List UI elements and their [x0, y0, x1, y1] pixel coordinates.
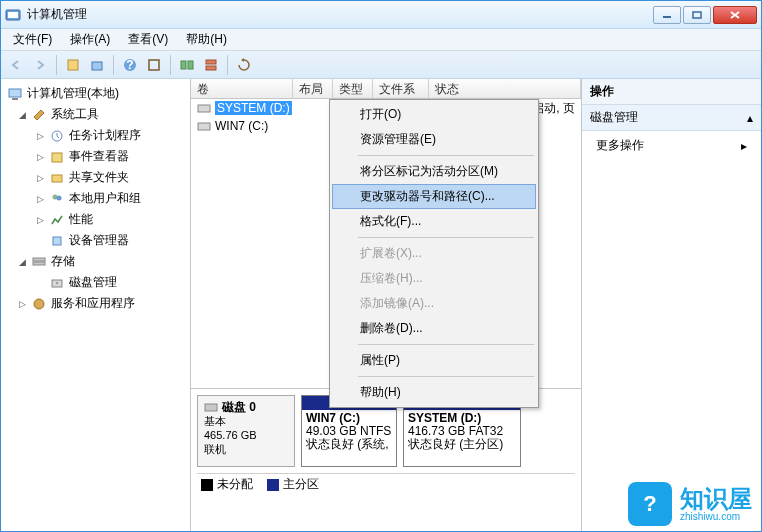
volume-list-header: 卷 布局 类型 文件系统 状态: [191, 79, 581, 99]
svg-rect-13: [206, 60, 216, 64]
menu-file[interactable]: 文件(F): [5, 29, 60, 50]
ctx-help[interactable]: 帮助(H): [332, 380, 536, 405]
action-pane: 操作 磁盘管理 ▴ 更多操作 ▸: [581, 79, 761, 531]
svg-rect-14: [206, 66, 216, 70]
help-icon[interactable]: ?: [119, 54, 141, 76]
toolbar-icon-4[interactable]: [176, 54, 198, 76]
expand-icon[interactable]: ▷: [35, 215, 45, 225]
svg-point-27: [34, 299, 44, 309]
volume-name: SYSTEM (D:): [215, 101, 292, 115]
watermark-icon: ?: [628, 482, 672, 526]
tree-item-disk-management[interactable]: 磁盘管理: [3, 272, 188, 293]
menubar: 文件(F) 操作(A) 查看(V) 帮助(H): [1, 29, 761, 51]
ctx-properties[interactable]: 属性(P): [332, 348, 536, 373]
svg-rect-22: [53, 237, 61, 245]
menu-action[interactable]: 操作(A): [62, 29, 118, 50]
svg-rect-7: [92, 62, 102, 70]
legend: 未分配 主分区: [197, 473, 575, 495]
close-button[interactable]: [713, 6, 757, 24]
ctx-shrink[interactable]: 压缩卷(H)...: [332, 266, 536, 291]
event-icon: [49, 149, 65, 165]
svg-rect-10: [149, 60, 159, 70]
svg-rect-29: [198, 123, 210, 130]
svg-rect-28: [198, 105, 210, 112]
collapse-icon[interactable]: ◢: [17, 110, 27, 120]
toolbar-icon-2[interactable]: [86, 54, 108, 76]
svg-text:?: ?: [126, 58, 133, 72]
volume-icon: [197, 119, 211, 133]
ctx-mark-active[interactable]: 将分区标记为活动分区(M): [332, 159, 536, 184]
expand-icon[interactable]: ▷: [35, 173, 45, 183]
tree-group-services[interactable]: ▷ 服务和应用程序: [3, 293, 188, 314]
tree-item-performance[interactable]: ▷性能: [3, 209, 188, 230]
svg-point-26: [56, 282, 58, 284]
tree-group-storage[interactable]: ◢ 存储: [3, 251, 188, 272]
toolbar-icon-1[interactable]: [62, 54, 84, 76]
app-icon: [5, 7, 21, 23]
watermark-url: zhishiwu.com: [680, 511, 752, 522]
svg-rect-30: [205, 404, 217, 411]
svg-rect-15: [9, 89, 21, 97]
svg-rect-12: [188, 61, 193, 69]
col-layout[interactable]: 布局: [293, 79, 333, 98]
tree-item-event-viewer[interactable]: ▷事件查看器: [3, 146, 188, 167]
tree-group-system-tools[interactable]: ◢ 系统工具: [3, 104, 188, 125]
ctx-format[interactable]: 格式化(F)...: [332, 209, 536, 234]
tree-item-device-manager[interactable]: 设备管理器: [3, 230, 188, 251]
maximize-button[interactable]: [683, 6, 711, 24]
svg-rect-19: [52, 175, 62, 182]
svg-rect-6: [68, 60, 78, 70]
ctx-open[interactable]: 打开(O): [332, 102, 536, 127]
minimize-button[interactable]: [653, 6, 681, 24]
clock-icon: [49, 128, 65, 144]
tree-item-local-users[interactable]: ▷本地用户和组: [3, 188, 188, 209]
action-section[interactable]: 磁盘管理 ▴: [582, 105, 761, 131]
expand-icon[interactable]: ▷: [35, 152, 45, 162]
chevron-right-icon: ▸: [741, 139, 747, 153]
menu-help[interactable]: 帮助(H): [178, 29, 235, 50]
collapse-icon[interactable]: ◢: [17, 257, 27, 267]
col-status[interactable]: 状态: [429, 79, 581, 98]
forward-button[interactable]: [29, 54, 51, 76]
storage-icon: [31, 254, 47, 270]
performance-icon: [49, 212, 65, 228]
action-more[interactable]: 更多操作 ▸: [582, 131, 761, 160]
ctx-add-mirror[interactable]: 添加镜像(A)...: [332, 291, 536, 316]
action-pane-title: 操作: [582, 79, 761, 105]
tree-root[interactable]: 计算机管理(本地): [3, 83, 188, 104]
computer-icon: [7, 86, 23, 102]
titlebar: 计算机管理: [1, 1, 761, 29]
expand-icon[interactable]: ▷: [35, 131, 45, 141]
expand-icon[interactable]: ▷: [35, 194, 45, 204]
device-icon: [49, 233, 65, 249]
ctx-change-drive-letter[interactable]: 更改驱动器号和路径(C)...: [332, 184, 536, 209]
disk-header[interactable]: 磁盘 0 基本 465.76 GB 联机: [197, 395, 295, 467]
window-title: 计算机管理: [27, 6, 653, 23]
col-filesystem[interactable]: 文件系统: [373, 79, 429, 98]
tools-icon: [31, 107, 47, 123]
tree-item-shared-folders[interactable]: ▷共享文件夹: [3, 167, 188, 188]
svg-point-21: [57, 195, 62, 200]
col-type[interactable]: 类型: [333, 79, 373, 98]
volume-icon: [197, 101, 211, 115]
disk-icon: [49, 275, 65, 291]
disk-icon: [204, 400, 218, 414]
ctx-extend[interactable]: 扩展卷(X)...: [332, 241, 536, 266]
menu-view[interactable]: 查看(V): [120, 29, 176, 50]
expand-icon[interactable]: ▷: [17, 299, 27, 309]
ctx-explorer[interactable]: 资源管理器(E): [332, 127, 536, 152]
col-volume[interactable]: 卷: [191, 79, 293, 98]
toolbar-icon-3[interactable]: [143, 54, 165, 76]
disk-layout-pane: 磁盘 0 基本 465.76 GB 联机 WIN7 (C:) 49.03 GB …: [191, 389, 581, 531]
refresh-icon[interactable]: [233, 54, 255, 76]
toolbar: ?: [1, 51, 761, 79]
toolbar-icon-5[interactable]: [200, 54, 222, 76]
svg-rect-16: [12, 98, 18, 100]
back-button[interactable]: [5, 54, 27, 76]
legend-unallocated: 未分配: [217, 477, 253, 491]
ctx-delete[interactable]: 删除卷(D)...: [332, 316, 536, 341]
volume-name: WIN7 (C:): [215, 119, 268, 133]
tree-item-task-scheduler[interactable]: ▷任务计划程序: [3, 125, 188, 146]
watermark: ? 知识屋 zhishiwu.com: [618, 476, 762, 532]
svg-rect-3: [693, 12, 701, 18]
